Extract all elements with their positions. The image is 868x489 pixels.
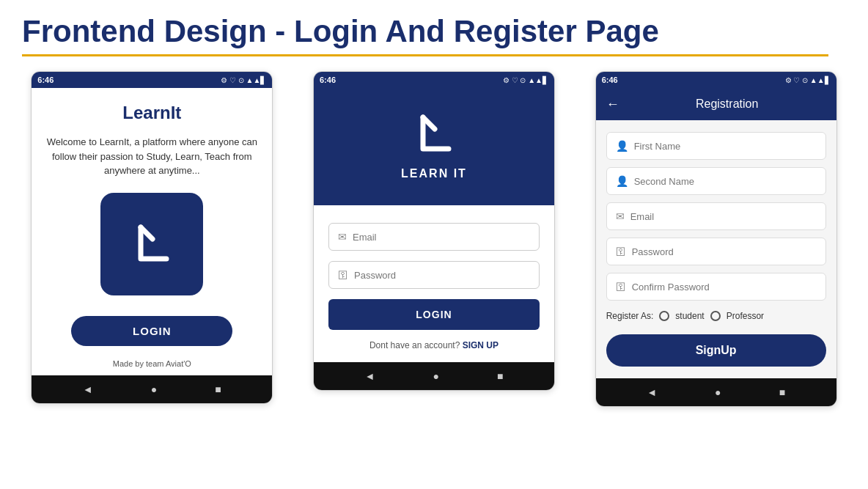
phone3-status-icons: ⚙ ♡ ⊙ ▲▲▋	[785, 76, 831, 84]
password-icon: ⚿	[338, 269, 348, 281]
phone3-header-title: Registration	[628, 98, 826, 111]
phone2-email-input[interactable]	[353, 232, 530, 243]
phone2-password-input[interactable]	[354, 270, 530, 281]
phone3-signup-button[interactable]: SignUp	[606, 334, 826, 367]
phone2-bottom-bar: ◄ ● ■	[314, 362, 554, 390]
person-icon-1: 👤	[616, 140, 628, 152]
phone2-nav-home[interactable]: ●	[433, 370, 438, 382]
phone3-first-name-input[interactable]	[634, 141, 817, 152]
student-label: student	[675, 311, 704, 321]
phone1-bottom-bar: ◄ ● ■	[32, 375, 272, 403]
phone1-status-bar: 6:46 ⚙ ♡ ⊙ ▲▲▋	[32, 72, 272, 88]
reg-email-icon: ✉	[616, 210, 625, 222]
phone-3-frame: 6:46 ⚙ ♡ ⊙ ▲▲▋ ← Registration 👤 👤 ✉ ⚿	[595, 71, 837, 407]
phone3-nav-home[interactable]: ●	[715, 386, 721, 398]
phone3-second-name-input[interactable]	[634, 176, 817, 187]
phone3-back-arrow[interactable]: ←	[606, 97, 619, 112]
person-icon-2: 👤	[616, 175, 628, 187]
reg-password-icon: ⚿	[616, 246, 626, 257]
reg-confirm-icon: ⚿	[616, 281, 626, 293]
phone3-first-name-field[interactable]: 👤	[606, 132, 826, 160]
phone3-password-field[interactable]: ⚿	[606, 238, 826, 265]
phone1-description: Welcome to LearnIt, a platform where any…	[46, 135, 257, 178]
phone3-status-bar: 6:46 ⚙ ♡ ⊙ ▲▲▋	[596, 72, 836, 88]
phone3-form-body: 👤 👤 ✉ ⚿ ⚿ Register As:	[596, 120, 836, 378]
phone2-status-bar: 6:46 ⚙ ♡ ⊙ ▲▲▋	[314, 72, 554, 88]
phone3-confirm-password-input[interactable]	[632, 282, 817, 293]
phone2-no-account-text: Dont have an account?	[369, 340, 460, 350]
phone2-signup-link[interactable]: SIGN UP	[463, 340, 499, 350]
phones-row: 6:46 ⚙ ♡ ⊙ ▲▲▋ LearnIt Welcome to LearnI…	[0, 64, 868, 407]
phone2-top: LEARN IT	[314, 88, 554, 205]
phone2-nav-square[interactable]: ■	[497, 370, 503, 382]
phone1-made-by: Made by team Aviat'O	[113, 359, 191, 368]
phone2-form-area: ✉ ⚿ LOGIN Dont have an account? SIGN UP	[314, 205, 554, 362]
professor-label: Professor	[727, 311, 764, 321]
phone3-reg-header: ← Registration	[596, 88, 836, 120]
phone2-logo-icon	[408, 109, 460, 160]
phone1-logo-icon	[126, 218, 177, 270]
phone1-login-button[interactable]: LOGIN	[71, 316, 232, 346]
phone1-time: 6:46	[37, 76, 54, 84]
phone1-body: LearnIt Welcome to LearnIt, a platform w…	[32, 88, 272, 375]
phone1-status-icons: ⚙ ♡ ⊙ ▲▲▋	[221, 76, 266, 84]
header-underline	[22, 54, 828, 56]
page-header: Frontend Design - Login And Register Pag…	[0, 0, 868, 64]
phone3-register-as-row: Register As: student Professor	[606, 308, 826, 324]
phone3-bottom-bar: ◄ ● ■	[596, 378, 836, 406]
phone2-password-field[interactable]: ⚿	[328, 261, 540, 289]
phone1-nav-square[interactable]: ■	[215, 383, 221, 395]
phone-1-frame: 6:46 ⚙ ♡ ⊙ ▲▲▋ LearnIt Welcome to LearnI…	[31, 71, 273, 404]
phone3-confirm-password-field[interactable]: ⚿	[606, 273, 826, 301]
phone1-nav-home[interactable]: ●	[151, 383, 157, 395]
phone1-nav-back[interactable]: ◄	[83, 383, 93, 395]
phone3-second-name-field[interactable]: 👤	[606, 167, 826, 195]
phone3-nav-square[interactable]: ■	[779, 386, 785, 398]
phone2-login-button[interactable]: LOGIN	[328, 299, 540, 330]
phone2-time: 6:46	[320, 76, 336, 84]
email-icon: ✉	[338, 231, 347, 243]
phone2-email-field[interactable]: ✉	[328, 223, 540, 251]
phone3-nav-back[interactable]: ◄	[647, 386, 657, 398]
student-radio[interactable]	[659, 311, 669, 321]
phone3-email-field[interactable]: ✉	[606, 202, 826, 230]
phone1-logo-box	[100, 193, 203, 295]
phone2-learn-it-label: LEARN IT	[401, 167, 467, 180]
phone1-app-title: LearnIt	[122, 103, 181, 123]
register-as-label: Register As:	[606, 311, 654, 321]
phone3-email-input[interactable]	[630, 211, 817, 222]
phone2-nav-back[interactable]: ◄	[365, 370, 375, 382]
phone2-status-icons: ⚙ ♡ ⊙ ▲▲▋	[503, 76, 548, 84]
professor-radio[interactable]	[710, 311, 721, 321]
phone3-time: 6:46	[602, 76, 618, 84]
phone3-password-input[interactable]	[632, 246, 817, 257]
phone2-signup-row: Dont have an account? SIGN UP	[328, 340, 540, 350]
page-title: Frontend Design - Login And Register Pag…	[22, 13, 846, 50]
phone-2-frame: 6:46 ⚙ ♡ ⊙ ▲▲▋ LEARN IT ✉ ⚿ LOGIN Dont h…	[313, 71, 555, 391]
